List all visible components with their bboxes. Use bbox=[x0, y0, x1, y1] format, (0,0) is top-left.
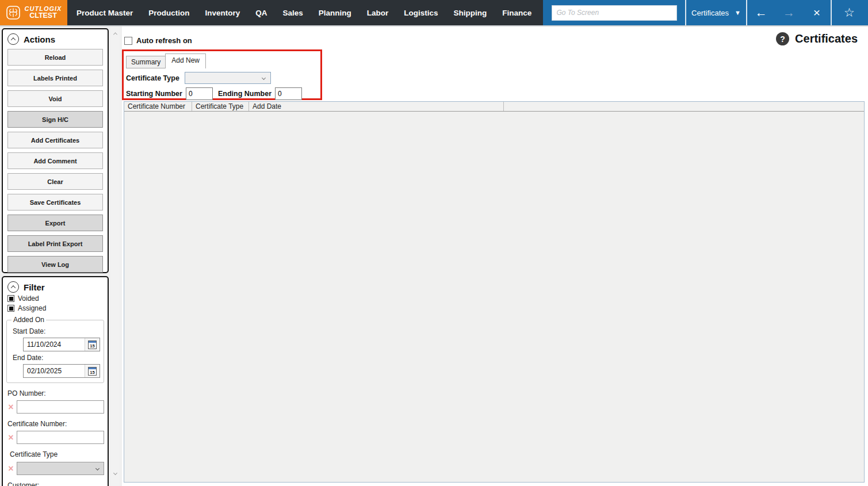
back-button[interactable]: ← bbox=[747, 0, 775, 25]
favorite-star-icon[interactable]: ☆ bbox=[844, 6, 855, 20]
customer-label: Customer: bbox=[7, 481, 108, 486]
certificate-type-select[interactable] bbox=[17, 462, 104, 475]
labels-printed-button[interactable]: Labels Printed bbox=[7, 70, 103, 86]
help-icon[interactable]: ? bbox=[776, 32, 789, 45]
reload-button[interactable]: Reload bbox=[7, 49, 103, 66]
collapse-filter-button[interactable] bbox=[7, 281, 19, 293]
start-date-calendar-button[interactable]: 15 bbox=[85, 338, 100, 351]
end-date-label: End Date: bbox=[13, 354, 101, 362]
tab-add-new[interactable]: Add New bbox=[165, 53, 206, 68]
clear-certificate-type-icon[interactable]: × bbox=[5, 464, 17, 474]
added-on-legend: Added On bbox=[12, 316, 46, 324]
nav-shipping[interactable]: Shipping bbox=[454, 9, 487, 17]
start-date-label: Start Date: bbox=[13, 327, 101, 335]
add-certificates-button[interactable]: Add Certificates bbox=[7, 132, 103, 148]
add-comment-button[interactable]: Add Comment bbox=[7, 152, 103, 169]
nav-planning[interactable]: Planning bbox=[319, 9, 351, 17]
chevron-up-icon bbox=[11, 285, 16, 290]
view-log-button[interactable]: View Log bbox=[7, 256, 103, 273]
void-button[interactable]: Void bbox=[7, 90, 103, 107]
nav-product-master[interactable]: Product Master bbox=[77, 9, 133, 17]
column-header-filler bbox=[504, 102, 864, 111]
calendar-icon: 15 bbox=[88, 367, 97, 376]
export-button[interactable]: Export bbox=[7, 215, 103, 231]
nav-production[interactable]: Production bbox=[148, 9, 189, 17]
chevron-down-icon: ▼ bbox=[735, 9, 741, 16]
scrollbar-down-button[interactable] bbox=[110, 468, 120, 478]
filter-panel-title: Filter bbox=[24, 282, 45, 292]
column-header-add-date[interactable]: Add Date bbox=[249, 102, 504, 111]
po-number-input[interactable] bbox=[17, 400, 104, 414]
start-date-input[interactable] bbox=[24, 340, 79, 349]
filter-panel: Filter Voided Assigned Added On Start Da… bbox=[2, 276, 109, 486]
calendar-icon: 15 bbox=[88, 340, 97, 349]
tab-summary[interactable]: Summary bbox=[126, 56, 166, 68]
actions-panel: Actions Reload Labels Printed Void Sign … bbox=[2, 28, 109, 273]
close-screen-button[interactable]: × bbox=[803, 0, 831, 25]
starting-number-input[interactable] bbox=[186, 87, 213, 100]
clear-po-number-icon[interactable]: × bbox=[5, 402, 17, 412]
screen-selector-dropdown[interactable]: Certificates ▼ bbox=[685, 0, 746, 25]
voided-checkbox-label: Voided bbox=[18, 294, 39, 303]
screen-selector-label: Certificates bbox=[691, 9, 729, 17]
collapse-actions-button[interactable] bbox=[7, 33, 19, 45]
end-date-calendar-button[interactable]: 15 bbox=[85, 365, 100, 377]
added-on-group: Added On Start Date: 15 End Date: 15 bbox=[6, 316, 104, 383]
grid-header-row: Certificate Number Certificate Type Add … bbox=[124, 102, 864, 112]
forward-button[interactable]: → bbox=[775, 0, 802, 25]
chevron-down-icon bbox=[262, 76, 266, 80]
navbar-right-section: Certificates ▼ ← → × ☆ bbox=[543, 0, 868, 25]
certificate-type-form-select[interactable] bbox=[185, 72, 271, 84]
clear-certificate-number-icon[interactable]: × bbox=[5, 433, 17, 443]
ending-number-label: Ending Number bbox=[218, 90, 272, 98]
actions-panel-title: Actions bbox=[24, 35, 55, 44]
scrollbar-up-button[interactable] bbox=[110, 29, 120, 39]
nav-finance[interactable]: Finance bbox=[502, 9, 531, 17]
voided-checkbox[interactable] bbox=[7, 295, 14, 302]
annotation-highlight-box: Summary Add New Certificate Type Startin… bbox=[122, 49, 322, 100]
left-sidebar: Actions Reload Labels Printed Void Sign … bbox=[0, 26, 122, 486]
nav-sales[interactable]: Sales bbox=[283, 9, 303, 17]
assigned-checkbox[interactable] bbox=[7, 305, 14, 312]
certificate-type-label: Certificate Type bbox=[10, 450, 108, 458]
column-header-certificate-type[interactable]: Certificate Type bbox=[192, 102, 249, 111]
main-content: Auto refresh on ? Certificates Summary A… bbox=[122, 26, 868, 486]
chevron-up-icon bbox=[11, 37, 16, 42]
starting-number-label: Starting Number bbox=[126, 90, 182, 98]
auto-refresh-label: Auto refresh on bbox=[136, 36, 192, 45]
tab-strip: Summary Add New bbox=[126, 53, 206, 68]
environment-name: CLTEST bbox=[25, 12, 62, 20]
cutlogix-brain-icon bbox=[6, 5, 21, 20]
nav-qa[interactable]: QA bbox=[255, 9, 267, 17]
column-header-certificate-number[interactable]: Certificate Number bbox=[124, 102, 192, 111]
save-certificates-button[interactable]: Save Certificates bbox=[7, 194, 103, 211]
app-logo[interactable]: CUTLOGIX CLTEST bbox=[0, 0, 67, 25]
assigned-checkbox-label: Assigned bbox=[18, 304, 46, 312]
grid-body-empty[interactable] bbox=[124, 112, 864, 482]
label-print-export-button[interactable]: Label Print Export bbox=[7, 235, 103, 252]
ending-number-input[interactable] bbox=[275, 87, 302, 100]
po-number-label: PO Number: bbox=[7, 389, 108, 397]
top-navbar: CUTLOGIX CLTEST Product Master Productio… bbox=[0, 0, 868, 26]
page-title: Certificates bbox=[795, 32, 858, 45]
certificate-number-label: Certificate Number: bbox=[7, 420, 108, 428]
nav-inventory[interactable]: Inventory bbox=[205, 9, 240, 17]
sign-hc-button[interactable]: Sign H/C bbox=[7, 111, 103, 128]
chevron-down-icon bbox=[95, 466, 100, 470]
goto-screen-input[interactable] bbox=[552, 5, 677, 21]
sidebar-scrollbar[interactable] bbox=[110, 26, 120, 486]
certificates-grid: Certificate Number Certificate Type Add … bbox=[124, 101, 865, 483]
certificate-type-form-label: Certificate Type bbox=[126, 74, 179, 82]
nav-logistics[interactable]: Logistics bbox=[404, 9, 438, 17]
nav-labor[interactable]: Labor bbox=[367, 9, 389, 17]
end-date-input[interactable] bbox=[24, 367, 79, 375]
main-menu: Product Master Production Inventory QA S… bbox=[67, 0, 618, 25]
clear-button[interactable]: Clear bbox=[7, 173, 103, 190]
certificate-number-input[interactable] bbox=[17, 431, 104, 444]
auto-refresh-checkbox[interactable] bbox=[124, 37, 132, 45]
